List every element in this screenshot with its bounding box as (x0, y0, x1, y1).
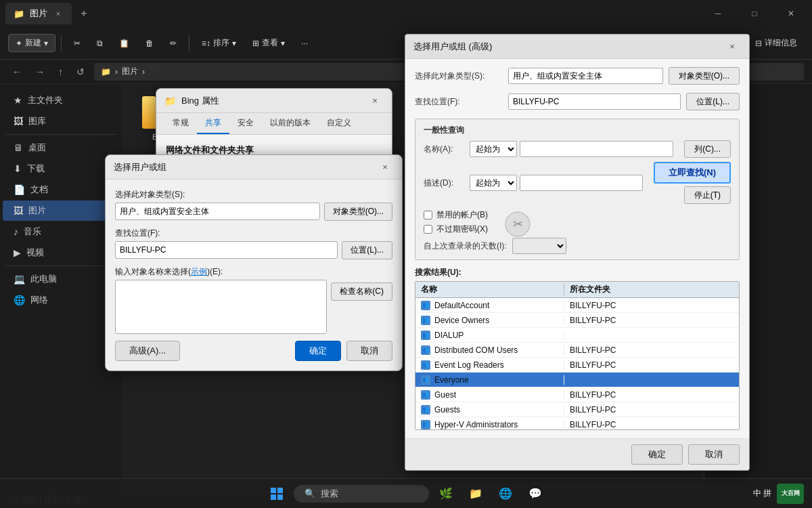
adv-obj-type-btn[interactable]: 对象类型(O)... (669, 67, 740, 85)
sidebar-item-videos[interactable]: ▶ 视频 (3, 242, 119, 263)
sidebar: ★ 主文件夹 🖼 图库 🖥 桌面 ⬇ 下载 📄 文档 🖼 图片 (0, 84, 122, 492)
sidebar-item-network[interactable]: 🌐 网络 (3, 290, 119, 310)
taskbar-explorer-icon[interactable]: 🌿 (433, 481, 459, 507)
new-button[interactable]: ✦ 新建 ▾ (8, 34, 55, 52)
taskbar-chat-icon[interactable]: 💬 (522, 481, 548, 507)
table-row[interactable]: 👥 Hyper-V Administrators BILLYFU-PC (415, 417, 739, 430)
music-icon: ♪ (14, 226, 18, 237)
select-user-ok-btn[interactable]: 确定 (295, 341, 341, 361)
back-btn[interactable]: ← (8, 65, 26, 79)
close-btn[interactable]: ✕ (775, 3, 807, 24)
table-row[interactable]: 👥 Guests BILLYFU-PC (415, 402, 739, 417)
results-table[interactable]: 名称 所在文件夹 👥 DefaultAccount BILLYFU-PC 👥 D… (415, 281, 740, 430)
group-icon: 👥 (421, 405, 430, 415)
copy-button[interactable]: ⧉ (90, 36, 110, 51)
path-chevron: › (142, 67, 145, 77)
adv-stop-btn[interactable]: 停止(T) (684, 186, 731, 204)
check-name-btn[interactable]: 检查名称(C) (331, 282, 392, 301)
rename-button[interactable]: ✏ (163, 36, 183, 51)
adv-noexpiry-row: 不过期密码(X) (424, 224, 488, 235)
pictures-icon: 🖼 (14, 205, 23, 216)
adv-desc-input[interactable] (520, 175, 643, 191)
sidebar-item-gallery[interactable]: 🖼 图库 (3, 111, 119, 131)
name-input-field[interactable] (115, 280, 327, 334)
adv-days-select[interactable] (512, 238, 566, 254)
sidebar-item-music[interactable]: ♪ 音乐 (3, 221, 119, 242)
detail-icon: ⊟ (755, 39, 762, 48)
svg-text:✂: ✂ (513, 217, 523, 231)
adv-name-filter[interactable]: 起始为 (470, 141, 517, 157)
view-button[interactable]: ⊞ 查看 ▾ (246, 35, 292, 51)
paste-icon: 📋 (119, 39, 129, 48)
group-icon: 👥 (421, 390, 430, 400)
adv-list-btn[interactable]: 列(C)... (684, 140, 731, 158)
table-row[interactable]: 👥 DefaultAccount BILLYFU-PC (415, 298, 739, 313)
start-button[interactable] (264, 481, 290, 507)
taskbar-browser-icon[interactable]: 🌐 (493, 481, 518, 507)
refresh-btn[interactable]: ↺ (72, 65, 89, 79)
taskbar-folder-icon[interactable]: 📁 (463, 481, 489, 507)
obj-type-row: 选择此对象类型(S): 用户、组或内置安全主体 对象类型(O)... (115, 189, 392, 221)
adv-disabled-checkbox[interactable] (424, 211, 432, 219)
explorer-tab[interactable]: 📁 图片 × (5, 3, 72, 24)
select-user-cancel-btn[interactable]: 取消 (346, 341, 392, 361)
detail-panel-btn[interactable]: ⊟ 详细信息 (748, 35, 804, 51)
minimize-btn[interactable]: ─ (702, 3, 734, 24)
adv-location-val: BILLYFU-PC (513, 97, 559, 106)
tab-general[interactable]: 常规 (164, 113, 197, 134)
more-button[interactable]: ··· (294, 36, 315, 51)
sidebar-label-music: 音乐 (24, 226, 41, 238)
result-loc-cell: BILLYFU-PC (564, 316, 739, 325)
tab-add-btn[interactable]: + (74, 4, 93, 23)
sort-icon: ≡↕ (202, 39, 210, 48)
view-chevron: ▾ (281, 39, 285, 48)
adv-search-btn[interactable]: 立即查找(N) (654, 162, 731, 184)
select-user-close[interactable]: × (376, 158, 394, 176)
table-row[interactable]: 👥 Device Owners BILLYFU-PC (415, 313, 739, 328)
advanced-btn[interactable]: 高级(A)... (115, 341, 180, 361)
table-row[interactable]: 👥 Guest BILLYFU-PC (415, 387, 739, 402)
sort-button[interactable]: ≡↕ 排序 ▾ (195, 35, 243, 51)
taskbar-search[interactable]: 🔍 搜索 (294, 485, 429, 503)
result-name: Distributed COM Users (434, 345, 518, 355)
sidebar-item-docs[interactable]: 📄 文档 (3, 179, 119, 200)
name-example-link[interactable]: 示例 (191, 267, 207, 276)
result-name: Guests (434, 405, 460, 415)
table-row[interactable]: 👥 DIALUP (415, 328, 739, 343)
obj-type-input-row: 用户、组或内置安全主体 对象类型(O)... (115, 203, 392, 221)
sidebar-item-downloads[interactable]: ⬇ 下载 (3, 158, 119, 179)
bing-dialog-close[interactable]: × (366, 92, 384, 110)
adv-cancel-btn[interactable]: 取消 (688, 444, 740, 465)
results-section: 搜索结果(U): 名称 所在文件夹 👥 DefaultAccount BILLY… (415, 267, 740, 430)
adv-ok-btn[interactable]: 确定 (631, 444, 683, 465)
result-name-cell: 👥 Hyper-V Administrators (415, 420, 564, 429)
result-name: DIALUP (434, 331, 464, 340)
adv-desc-filter[interactable]: 起始为 (470, 175, 517, 191)
adv-noexpiry-checkbox[interactable] (424, 225, 432, 234)
paste-button[interactable]: 📋 (112, 36, 136, 51)
adv-dialog-close[interactable]: × (723, 38, 741, 56)
sidebar-item-desktop[interactable]: 🖥 桌面 (3, 137, 119, 158)
tab-security[interactable]: 安全 (229, 113, 262, 134)
tab-previous[interactable]: 以前的版本 (262, 113, 319, 134)
tab-share[interactable]: 共享 (197, 113, 229, 134)
tab-custom[interactable]: 自定义 (319, 113, 359, 134)
delete-button[interactable]: 🗑 (139, 36, 160, 51)
sidebar-item-pictures[interactable]: 🖼 图片 (3, 200, 119, 221)
forward-btn[interactable]: → (31, 65, 49, 79)
obj-type-btn[interactable]: 对象类型(O)... (324, 203, 392, 221)
table-row[interactable]: 👥 Distributed COM Users BILLYFU-PC (415, 343, 739, 358)
result-name-cell: 👥 Everyone (415, 375, 564, 385)
sidebar-item-pc[interactable]: 💻 此电脑 › (3, 269, 119, 289)
obj-type-input: 用户、组或内置安全主体 (115, 203, 320, 220)
maximize-btn[interactable]: □ (739, 3, 770, 24)
tab-close-btn[interactable]: × (53, 8, 64, 19)
location-btn[interactable]: 位置(L)... (342, 241, 392, 259)
cut-button[interactable]: ✂ (67, 36, 87, 51)
adv-location-btn[interactable]: 位置(L)... (686, 93, 740, 110)
table-row[interactable]: 👥 Everyone (415, 373, 739, 387)
up-btn[interactable]: ↑ (54, 65, 67, 79)
adv-name-input[interactable] (520, 141, 673, 157)
sidebar-item-home[interactable]: ★ 主文件夹 (3, 90, 119, 110)
table-row[interactable]: 👥 Event Log Readers BILLYFU-PC (415, 358, 739, 373)
